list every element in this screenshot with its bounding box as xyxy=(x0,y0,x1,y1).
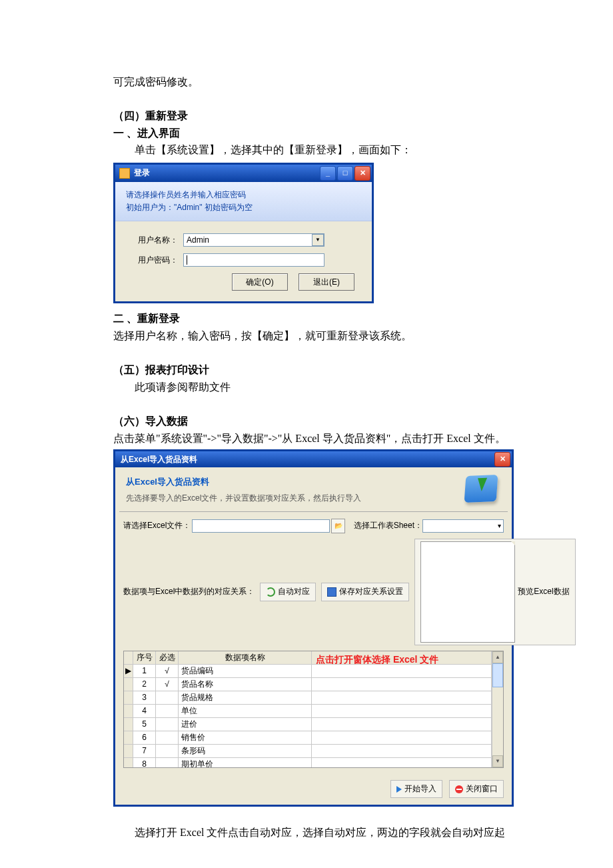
refresh-icon xyxy=(266,587,275,597)
cell-req xyxy=(156,745,179,758)
cell-name: 货品规格 xyxy=(179,691,312,705)
chevron-down-icon[interactable]: ▼ xyxy=(312,234,324,246)
table-row[interactable]: 7条形码 xyxy=(124,745,492,758)
header-subtitle: 先选择要导入的Excel文件，并设置数据项对应关系，然后执行导入 xyxy=(126,492,465,505)
row-gutter: ▶ xyxy=(124,665,133,678)
close-window-button[interactable]: 关闭窗口 xyxy=(449,780,504,798)
body-text: 点击菜单"系统设置"->"导入数据"->"从 Excel 导入货品资料"，点击打… xyxy=(113,430,540,447)
cell-seq: 5 xyxy=(133,718,156,731)
cell-seq: 8 xyxy=(133,758,156,767)
cell-name: 期初单价 xyxy=(179,758,312,767)
titlebar: 从Excel导入货品资料 ✕ xyxy=(115,451,512,467)
window-title: 登录 xyxy=(134,167,150,179)
window-title: 从Excel导入货品资料 xyxy=(121,453,197,466)
cell-excel[interactable] xyxy=(312,718,492,731)
username-combo[interactable]: Admin ▼ xyxy=(183,233,324,247)
save-map-button[interactable]: 保存对应关系设置 xyxy=(321,583,409,601)
table-row[interactable]: 6销售价 xyxy=(124,731,492,745)
cell-name: 销售价 xyxy=(179,731,312,745)
scroll-down-button[interactable]: ▼ xyxy=(492,755,503,767)
heading-5: （五）报表打印设计 xyxy=(113,361,540,379)
cell-seq: 3 xyxy=(133,691,156,705)
cell-req xyxy=(156,705,179,718)
heading-6: （六）导入数据 xyxy=(113,413,540,430)
cell-name: 单位 xyxy=(179,705,312,718)
file-label: 请选择Excel文件： xyxy=(123,519,191,532)
cell-excel[interactable] xyxy=(312,691,492,705)
row-gutter xyxy=(124,731,133,745)
stop-icon xyxy=(455,785,463,793)
row-gutter xyxy=(124,705,133,718)
body-text: 单击【系统设置】，选择其中的【重新登录】，画面如下： xyxy=(113,141,540,159)
preview-label: 预览Excel数据 xyxy=(518,585,569,598)
map-label: 数据项与Excel中数据列的对应关系： xyxy=(123,585,255,598)
heading-4: （四）重新登录 xyxy=(113,107,540,125)
table-row[interactable]: 2√货品名称 xyxy=(124,678,492,691)
cell-req xyxy=(156,731,179,745)
table-row[interactable]: 5进价 xyxy=(124,718,492,731)
login-window: 登录 _ □ ✕ 请选择操作员姓名并输入相应密码 初始用户为："Admin" 初… xyxy=(113,163,374,303)
mapping-grid: 序号 必选 数据项名称 对应Excel数据项 点击打开窗体选择 Excel 文件… xyxy=(123,651,504,768)
save-icon xyxy=(327,587,336,597)
ok-button[interactable]: 确定(O) xyxy=(232,273,288,291)
username-label: 用户名称： xyxy=(130,234,178,247)
cell-seq: 2 xyxy=(133,678,156,691)
close-button[interactable]: ✕ xyxy=(354,166,370,181)
row-gutter xyxy=(124,691,133,705)
hint-line-2: 初始用户为："Admin" 初始密码为空 xyxy=(126,201,361,214)
maximize-button[interactable]: □ xyxy=(337,166,353,181)
close-button[interactable]: ✕ xyxy=(494,452,510,467)
start-import-button[interactable]: 开始导入 xyxy=(390,780,442,798)
table-row[interactable]: 4单位 xyxy=(124,705,492,718)
cell-name: 条形码 xyxy=(179,745,312,758)
download-icon xyxy=(464,475,498,503)
scrollbar[interactable]: ▲ ▼ xyxy=(492,651,503,767)
cell-excel[interactable] xyxy=(312,731,492,745)
grid-header: 序号 必选 数据项名称 对应Excel数据项 点击打开窗体选择 Excel 文件 xyxy=(124,651,492,665)
cell-req xyxy=(156,758,179,767)
username-value: Admin xyxy=(187,234,209,247)
table-row[interactable]: 8期初单价 xyxy=(124,758,492,767)
close-window-label: 关闭窗口 xyxy=(466,783,498,795)
table-row[interactable]: ▶1√货品编码 xyxy=(124,665,492,678)
body-text: 选择打开 Excel 文件点击自动对应，选择自动对应，两边的字段就会自动对应起 xyxy=(113,824,540,841)
overlay-annotation: 点击打开窗体选择 Excel 文件 xyxy=(316,652,438,665)
cell-name: 货品名称 xyxy=(179,678,312,691)
col-name: 数据项名称 xyxy=(179,651,312,665)
file-input[interactable] xyxy=(192,519,330,533)
password-input[interactable] xyxy=(183,253,324,267)
cell-req xyxy=(156,691,179,705)
cell-seq: 6 xyxy=(133,731,156,745)
cell-excel[interactable] xyxy=(312,745,492,758)
row-gutter xyxy=(124,718,133,731)
auto-match-button[interactable]: 自动对应 xyxy=(260,583,316,601)
hint-line-1: 请选择操作员姓名并输入相应密码 xyxy=(126,189,361,201)
cell-excel[interactable] xyxy=(312,705,492,718)
app-icon xyxy=(119,168,130,179)
body-text: 选择用户名称，输入密码，按【确定】，就可重新登录该系统。 xyxy=(113,327,540,345)
cell-req: √ xyxy=(156,678,179,691)
open-file-button[interactable]: 📂 xyxy=(331,519,344,533)
scroll-up-button[interactable]: ▲ xyxy=(492,651,503,663)
cell-name: 货品编码 xyxy=(179,665,312,678)
body-text: 此项请参阅帮助文件 xyxy=(113,379,540,396)
import-window: 从Excel导入货品资料 ✕ 从Excel导入货品资料 先选择要导入的Excel… xyxy=(113,449,514,807)
save-map-label: 保存对应关系设置 xyxy=(339,585,403,598)
cell-seq: 7 xyxy=(133,745,156,758)
sheet-select[interactable] xyxy=(422,519,504,533)
cell-excel[interactable] xyxy=(312,678,492,691)
quit-button[interactable]: 退出(E) xyxy=(299,273,354,291)
table-row[interactable]: 3货品规格 xyxy=(124,691,492,705)
preview-button[interactable]: 预览Excel数据 xyxy=(414,539,575,645)
cell-req xyxy=(156,718,179,731)
sheet-label: 选择工作表Sheet： xyxy=(354,519,422,532)
scroll-thumb[interactable] xyxy=(492,663,503,687)
auto-match-label: 自动对应 xyxy=(278,585,310,598)
minimize-button[interactable]: _ xyxy=(320,166,336,181)
password-label: 用户密码： xyxy=(130,254,178,267)
cell-excel[interactable] xyxy=(312,665,492,678)
cell-excel[interactable] xyxy=(312,758,492,767)
titlebar: 登录 _ □ ✕ xyxy=(115,165,372,182)
cell-seq: 4 xyxy=(133,705,156,718)
col-seq: 序号 xyxy=(133,651,156,665)
